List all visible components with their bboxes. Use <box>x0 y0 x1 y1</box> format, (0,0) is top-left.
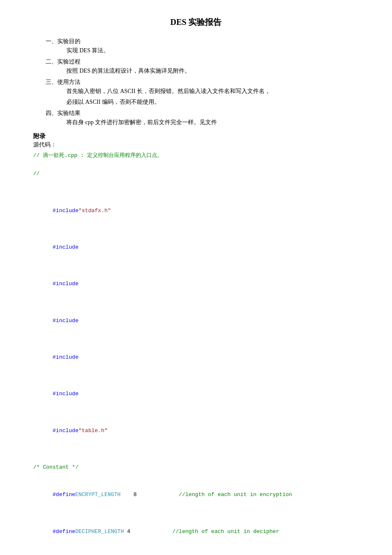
code-include-5: #include <box>33 344 359 371</box>
appendix-title: 附录 <box>33 132 359 140</box>
section-4-content: 将自身 cpp 文件进行加密解密，前后文件完全一样。见文件 <box>66 117 359 127</box>
section-3-header: 三、使用方法 <box>46 78 359 86</box>
section-1-header: 一、实验目的 <box>46 38 359 45</box>
code-include-6: #include <box>33 380 359 408</box>
code-comment-2: // <box>33 169 359 178</box>
section-3-content: 首先输入密钥，八位 ASCII 长，否则报错。然后输入读入文件名和写入文件名， … <box>66 86 359 107</box>
source-label: 源代码： <box>33 141 359 149</box>
code-include-7: #include"table.h" <box>33 417 359 445</box>
code-define-2: #defineDECIPHER_LENGTH 4 //length of eac… <box>33 518 359 545</box>
code-comment-constant: /* Constant */ <box>33 463 359 472</box>
code-block: // 滴一欲死.cpp : 定义控制台应用程序的入口点。 // #include… <box>33 151 359 555</box>
section-2-content: 按照 DES 的算法流程设计，具体实施详见附件。 <box>66 66 359 76</box>
section-2: 二、实验过程 按照 DES 的算法流程设计，具体实施详见附件。 <box>33 58 359 76</box>
page-title: DES 实验报告 <box>33 17 359 28</box>
section-1: 一、实验目的 实现 DES 算法。 <box>33 38 359 56</box>
section-3: 三、使用方法 首先输入密钥，八位 ASCII 长，否则报错。然后输入读入文件名和… <box>33 78 359 107</box>
section-4: 四、实验结果 将自身 cpp 文件进行加密解密，前后文件完全一样。见文件 <box>33 110 359 127</box>
section-1-content: 实现 DES 算法。 <box>66 45 359 56</box>
section-4-header: 四、实验结果 <box>46 110 359 117</box>
code-comment-1: // 滴一欲死.cpp : 定义控制台应用程序的入口点。 <box>33 151 359 160</box>
code-include-2: #include <box>33 234 359 261</box>
code-include-1: #include"stdafx.h" <box>33 197 359 224</box>
code-define-1: #defineENCRYPT_LENGTH 8 //length of each… <box>33 481 359 509</box>
section-2-header: 二、实验过程 <box>46 58 359 66</box>
code-include-4: #include <box>33 307 359 335</box>
code-include-3: #include <box>33 270 359 298</box>
